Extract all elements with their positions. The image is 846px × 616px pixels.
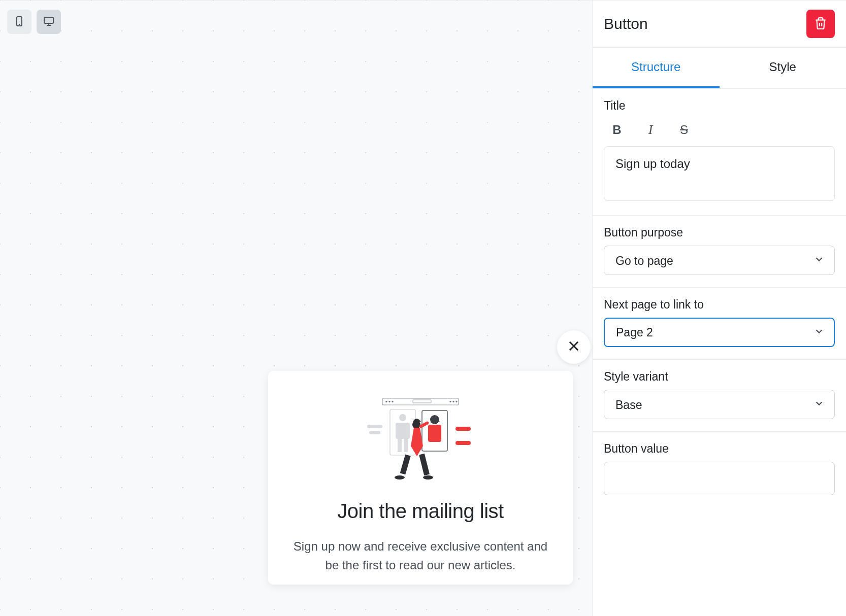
svg-point-16 [399,414,406,421]
svg-point-11 [449,401,451,402]
editor-canvas[interactable]: Join the mailing list Sign up now and re… [0,1,592,616]
svg-rect-18 [398,439,402,452]
svg-point-31 [423,475,433,480]
svg-point-27 [412,421,420,429]
svg-rect-28 [400,455,411,475]
svg-rect-24 [369,431,380,434]
tab-structure[interactable]: Structure [593,48,720,88]
purpose-select[interactable]: Go to page [604,246,835,275]
title-input[interactable] [604,146,835,201]
mobile-view-button[interactable] [7,10,31,34]
svg-point-12 [452,401,454,402]
panel-title: Button [604,15,648,32]
svg-rect-2 [44,17,53,23]
button-value-label: Button value [604,442,835,456]
next-page-label: Next page to link to [604,298,835,312]
panel-tabs: Structure Style [593,48,846,89]
purpose-label: Button purpose [604,226,835,239]
svg-point-10 [392,401,393,402]
next-page-select[interactable]: Page 2 [604,318,835,347]
title-label: Title [604,99,835,113]
bold-button[interactable]: B [609,122,625,138]
svg-rect-26 [455,441,471,445]
button-value-input[interactable] [604,462,835,495]
svg-point-30 [395,475,405,480]
svg-rect-17 [396,423,410,439]
svg-rect-22 [428,425,441,442]
strikethrough-button[interactable]: S [676,122,692,138]
delete-button[interactable] [806,10,835,38]
popup-illustration [362,395,479,482]
svg-rect-19 [404,439,408,452]
device-toggle [7,10,61,34]
trash-icon [814,17,827,31]
svg-point-8 [385,401,387,402]
mobile-icon [13,15,25,29]
properties-panel: Button Structure Style Title B I S Butto… [592,1,846,616]
tab-style[interactable]: Style [720,48,847,88]
svg-rect-25 [455,427,471,431]
desktop-view-button[interactable] [37,10,61,34]
preview-popup: Join the mailing list Sign up now and re… [268,371,573,585]
svg-rect-23 [367,425,382,428]
svg-rect-29 [419,454,430,475]
style-variant-select[interactable]: Base [604,390,835,419]
popup-body: Sign up now and receive exclusive conten… [288,537,552,574]
style-variant-label: Style variant [604,370,835,384]
close-icon [567,339,581,355]
popup-heading: Join the mailing list [288,500,552,523]
format-toolbar: B I S [604,119,835,146]
italic-button[interactable]: I [642,122,659,138]
svg-point-13 [455,401,457,402]
svg-rect-14 [413,400,431,403]
desktop-icon [43,15,55,29]
close-button[interactable] [557,330,591,364]
svg-point-9 [388,401,390,402]
